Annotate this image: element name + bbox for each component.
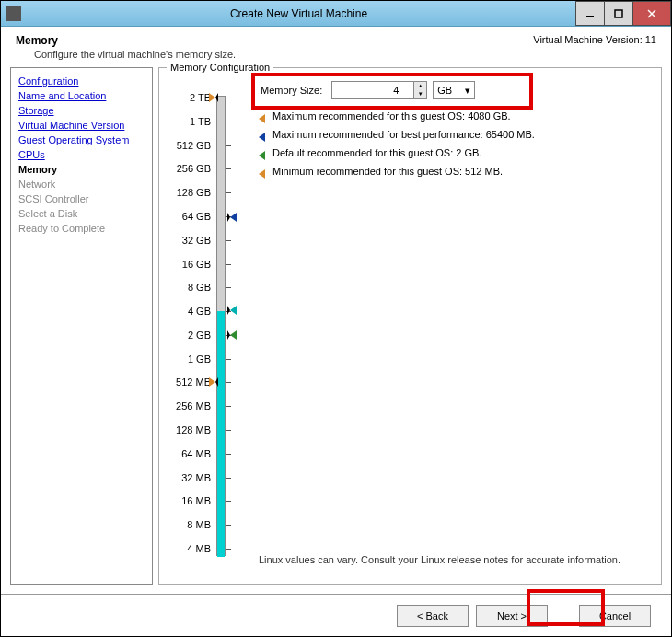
slider-tick-label: 128 MB [167,425,211,435]
vm-version-label: Virtual Machine Version: 11 [533,34,656,45]
note-min: Minimum recommended for this guest OS: 5… [272,166,503,177]
app-icon [6,6,21,21]
slider-tick-label: 32 MB [167,473,211,483]
triangle-green-icon [259,151,265,160]
slider-tick-label: 2 GB [167,330,211,341]
triangle-blue-icon [259,133,265,142]
slider-tick-label: 16 GB [167,260,211,270]
slider-tick-label: 1 TB [167,117,211,127]
window-title: Create New Virtual Machine [21,7,576,20]
slider-marker-min [209,377,218,387]
triangle-orange-icon [259,114,265,123]
slider-tick-label: 2 TB [167,93,211,103]
titlebar: Create New Virtual Machine [1,1,671,27]
slider-tick-label: 32 GB [167,236,211,246]
slider-tick-label: 256 MB [167,401,211,411]
slider-marker-default [227,330,237,340]
note-max-guest: Maximum recommended for this guest OS: 4… [272,110,511,122]
slider-marker-current [227,306,237,315]
slider-tick-label: 8 MB [167,520,211,530]
wizard-steps-sidebar: Configuration Name and Location Storage … [10,67,153,585]
window-controls [576,1,671,26]
triangle-orange-icon [259,169,265,179]
slider-tick-label: 16 MB [167,496,211,506]
close-button[interactable] [632,1,671,26]
group-legend: Memory Configuration [167,62,273,73]
slider-tick-label: 1 GB [167,354,211,365]
step-link[interactable]: Storage [18,103,145,118]
memory-config-group: Memory Configuration Memory Size: ▲▼ GB … [158,67,662,585]
memory-slider[interactable]: 2 TB1 TB512 GB256 GB128 GB64 GB32 GB16 G… [168,96,233,574]
wizard-header: Memory Configure the virtual machine's m… [1,27,671,64]
step-link[interactable]: Virtual Machine Version [18,118,145,133]
slider-tick-label: 512 MB [167,377,211,388]
linux-footnote: Linux values can vary. Consult your Linu… [259,554,652,565]
slider-tick-label: 512 GB [167,141,211,151]
step-future: SCSI Controller [18,191,145,206]
slider-tick-label: 64 MB [167,449,211,459]
slider-tick-label: 128 GB [167,188,211,198]
step-future: Network [18,177,145,191]
slider-tick-label: 8 GB [167,283,211,293]
back-button[interactable]: < Back [397,605,469,627]
svg-rect-1 [615,10,622,17]
slider-marker-max [209,93,218,102]
step-link[interactable]: Configuration [18,74,145,88]
step-future: Select a Disk [18,206,145,221]
annotation-highlight [251,73,533,110]
note-max-perf: Maximum recommended for best performance… [272,129,535,140]
step-link[interactable]: CPUs [18,147,145,162]
step-current: Memory [18,162,145,177]
step-link[interactable]: Guest Operating System [18,133,145,147]
slider-tick-label: 64 GB [167,212,211,222]
step-link[interactable]: Name and Location [18,88,145,103]
page-subtitle: Configure the virtual machine's memory s… [16,49,656,60]
maximize-button[interactable] [604,1,633,26]
note-default: Default recommended for this guest OS: 2… [272,147,481,158]
slider-tick-label: 4 GB [167,307,211,317]
minimize-button[interactable] [575,1,605,26]
step-future: Ready to Complete [18,221,145,236]
annotation-highlight [527,589,605,626]
memory-notes: Maximum recommended for this guest OS: 4… [259,110,652,184]
slider-tick-label: 256 GB [167,164,211,174]
slider-marker-perf [227,213,237,222]
slider-tick-label: 4 MB [167,544,211,554]
slider-fill [217,311,225,557]
